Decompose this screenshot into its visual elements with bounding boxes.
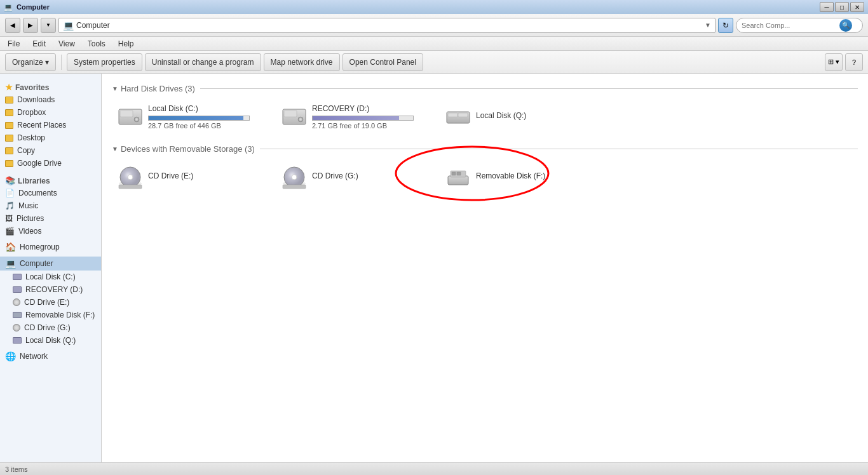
removable-section-header: ▼ Devices with Removable Storage (3) <box>112 144 858 154</box>
removable-header-label: Devices with Removable Storage (3) <box>121 144 255 154</box>
sidebar-item-local-c[interactable]: Local Disk (C:) <box>0 271 101 283</box>
sidebar-item-desktop[interactable]: Desktop <box>0 131 101 144</box>
hdd-drive-icon-q <box>445 104 471 130</box>
sidebar-item-downloads[interactable]: Downloads <box>0 93 101 106</box>
sidebar-item-homegroup[interactable]: 🏠 Homegroup <box>0 240 101 254</box>
folder-icon <box>5 109 13 116</box>
sidebar-item-network[interactable]: 🌐 Network <box>0 349 101 363</box>
organize-button[interactable]: Organize ▾ <box>5 53 56 71</box>
maximize-button[interactable]: □ <box>835 2 849 12</box>
view-options-button[interactable]: ⊞ ▾ <box>825 53 843 71</box>
sidebar-item-copy[interactable]: Copy <box>0 144 101 157</box>
menu-tools[interactable]: Tools <box>85 38 108 50</box>
usb-drive-icon-f <box>445 164 471 190</box>
drive-item-d[interactable]: RECOVERY (D:) 2.71 GB free of 19.0 GB <box>276 100 435 134</box>
menu-edit[interactable]: Edit <box>30 38 48 50</box>
minimize-button[interactable]: ─ <box>820 2 834 12</box>
network-section: 🌐 Network <box>0 349 101 363</box>
music-label: Music <box>18 201 38 210</box>
sidebar-item-pictures[interactable]: 🖼 Pictures <box>0 212 101 225</box>
svg-rect-8 <box>458 113 468 117</box>
sidebar-item-cd-g[interactable]: CD Drive (G:) <box>0 321 101 334</box>
sidebar-item-music[interactable]: 🎵 Music <box>0 199 101 212</box>
music-icon: 🎵 <box>5 201 15 210</box>
open-control-panel-button[interactable]: Open Control Panel <box>342 53 423 71</box>
computer-icon: 💻 <box>5 258 16 269</box>
hdd-drive-icon-c <box>118 104 143 130</box>
hard-disk-header-label: Hard Disk Drives (3) <box>121 84 195 93</box>
pictures-label: Pictures <box>17 214 44 223</box>
map-network-button[interactable]: Map network drive <box>264 53 340 71</box>
menu-view[interactable]: View <box>56 38 78 50</box>
cd-g-label: CD Drive (G:) <box>24 323 71 332</box>
computer-section: 💻 Computer Local Disk (C:) RECOVERY (D:)… <box>0 257 101 347</box>
address-field[interactable]: 💻 Computer ▼ <box>58 18 715 33</box>
dropdown-button[interactable]: ▼ <box>41 18 56 33</box>
libraries-section: 📚 Libraries 📄 Documents 🎵 Music 🖼 Pictur… <box>0 172 101 238</box>
sidebar-item-recent-places[interactable]: Recent Places <box>0 119 101 131</box>
sidebar-item-videos[interactable]: 🎬 Videos <box>0 225 101 238</box>
drive-item-f[interactable]: Removable Disk (F:) <box>440 160 599 194</box>
computer-label: Computer <box>20 259 53 268</box>
drive-item-q[interactable]: Local Disk (Q:) <box>440 100 599 134</box>
folder-icon <box>5 147 13 154</box>
network-label: Network <box>20 352 48 361</box>
search-input[interactable] <box>742 22 837 29</box>
close-button[interactable]: ✕ <box>850 2 864 12</box>
refresh-button[interactable]: ↻ <box>718 18 733 33</box>
sidebar-item-removable-f[interactable]: Removable Disk (F:) <box>0 309 101 321</box>
search-button[interactable]: 🔍 <box>839 19 852 32</box>
homegroup-label: Homegroup <box>20 243 60 251</box>
cd-icon <box>13 324 20 331</box>
libraries-icon: 📚 <box>5 176 15 185</box>
back-button[interactable]: ◀ <box>5 18 20 33</box>
videos-icon: 🎬 <box>5 227 15 236</box>
homegroup-icon: 🏠 <box>5 242 16 252</box>
help-button[interactable]: ? <box>845 53 863 71</box>
cd-e-label: CD Drive (E:) <box>24 298 69 307</box>
star-icon: ★ <box>5 83 13 92</box>
favorites-header[interactable]: ★ Favorites <box>0 79 101 93</box>
title-bar-left: 💻 Computer <box>4 3 50 11</box>
sidebar-item-computer[interactable]: 💻 Computer <box>0 257 101 271</box>
sidebar-item-google-drive[interactable]: Google Drive <box>0 157 101 170</box>
svg-rect-4 <box>284 110 297 117</box>
sidebar-item-documents[interactable]: 📄 Documents <box>0 187 101 199</box>
network-icon: 🌐 <box>5 351 16 361</box>
homegroup-section: 🏠 Homegroup <box>0 240 101 254</box>
hdd-icon <box>13 337 22 344</box>
hard-disk-grid: Local Disk (C:) 28.7 GB free of 446 GB <box>112 100 858 134</box>
menu-help[interactable]: Help <box>116 38 137 50</box>
title-bar-controls: ─ □ ✕ <box>820 2 864 12</box>
drive-info-e: CD Drive (E:) <box>148 171 265 183</box>
svg-rect-1 <box>120 110 133 117</box>
dropbox-label: Dropbox <box>17 108 46 117</box>
usb-icon <box>13 312 22 318</box>
folder-icon <box>5 160 13 167</box>
sidebar-item-local-q[interactable]: Local Disk (Q:) <box>0 334 101 347</box>
sidebar: ★ Favorites Downloads Dropbox Recent Pla… <box>0 74 102 462</box>
sidebar-item-cd-e[interactable]: CD Drive (E:) <box>0 296 101 309</box>
system-properties-button[interactable]: System properties <box>67 53 142 71</box>
sidebar-item-recovery-d[interactable]: RECOVERY (D:) <box>0 283 101 296</box>
toolbar-right: ⊞ ▾ ? <box>825 53 863 71</box>
drive-item-g[interactable]: CD Drive (G:) <box>276 160 435 194</box>
drive-item-c[interactable]: Local Disk (C:) 28.7 GB free of 446 GB <box>112 100 271 134</box>
drive-bar-bg-c <box>148 116 250 121</box>
drive-item-e[interactable]: CD Drive (E:) <box>112 160 271 194</box>
content-area: ▼ Hard Disk Drives (3) <box>102 74 868 462</box>
svg-rect-19 <box>452 172 456 175</box>
drive-info-g: CD Drive (G:) <box>312 171 429 183</box>
menu-file[interactable]: File <box>5 38 22 50</box>
forward-button[interactable]: ▶ <box>23 18 38 33</box>
drive-name-q: Local Disk (Q:) <box>476 111 593 120</box>
svg-rect-7 <box>448 113 458 117</box>
drive-name-e: CD Drive (E:) <box>148 171 265 180</box>
main-layout: ★ Favorites Downloads Dropbox Recent Pla… <box>0 74 868 462</box>
uninstall-button[interactable]: Uninstall or change a program <box>145 53 261 71</box>
libraries-header[interactable]: 📚 Libraries <box>0 172 101 187</box>
documents-icon: 📄 <box>5 189 15 197</box>
svg-rect-12 <box>119 185 142 189</box>
drive-name-c: Local Disk (C:) <box>148 104 265 113</box>
sidebar-item-dropbox[interactable]: Dropbox <box>0 106 101 119</box>
